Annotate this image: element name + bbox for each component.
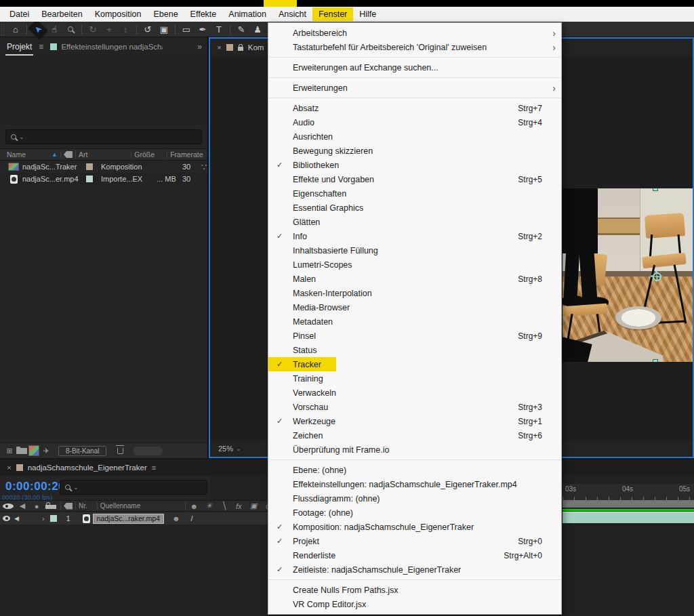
- toolbar-grip[interactable]: [1, 24, 5, 35]
- audio-speaker-icon[interactable]: ◀: [17, 501, 28, 512]
- menu-item-media-browser[interactable]: Media-Browser: [268, 300, 561, 314]
- menu-item-bibliotheken[interactable]: ✓Bibliotheken: [268, 158, 561, 172]
- current-timecode[interactable]: 0:00:00:20: [5, 480, 65, 493]
- quality-switch[interactable]: /: [191, 514, 193, 522]
- column-groesse[interactable]: Größe: [134, 150, 155, 159]
- table-row[interactable]: nadjaSc...er.mp4 Importe...EX ... MB 30: [0, 173, 207, 185]
- menu-item-training[interactable]: Training: [268, 371, 561, 386]
- column-nr[interactable]: Nr.: [79, 502, 87, 510]
- menu-item-malen[interactable]: MalenStrg+8: [268, 272, 561, 286]
- column-art[interactable]: Art: [79, 150, 87, 159]
- menubar-item-komposition[interactable]: Komposition: [89, 7, 148, 21]
- unlocked-icon[interactable]: [238, 47, 243, 51]
- zoom-level-dropdown[interactable]: 25%: [218, 445, 233, 453]
- shy-icon[interactable]: ☻: [172, 514, 180, 522]
- menu-item-erweiterungen-auf-exchange-suchen[interactable]: Erweiterungen auf Exchange suchen...: [268, 60, 561, 75]
- type-tool[interactable]: T: [211, 23, 227, 36]
- column-name[interactable]: Name: [7, 150, 26, 159]
- menubar-item-animation[interactable]: Animation: [222, 7, 272, 21]
- tab-effekteinstellungen[interactable]: Effekteinstellungen nadjaScham: [61, 43, 163, 51]
- sort-ascending-icon[interactable]: ▲: [52, 151, 58, 158]
- region-of-interest-tool[interactable]: ▣: [156, 23, 172, 36]
- table-row[interactable]: nadjaSc...Traker Komposition 30 ∴: [0, 161, 207, 173]
- layer-duration-bar[interactable]: [563, 512, 694, 523]
- home-tool[interactable]: ⌂: [7, 23, 24, 36]
- layer-source-name[interactable]: nadjaSc...raker.mp4: [93, 514, 164, 524]
- menu-item-metadaten[interactable]: Metadaten: [268, 314, 561, 329]
- send-icon[interactable]: ✈: [41, 445, 52, 456]
- menu-item-essential-graphics[interactable]: Essential Graphics: [268, 201, 561, 215]
- close-icon[interactable]: ×: [217, 43, 222, 52]
- close-icon[interactable]: ×: [7, 464, 12, 472]
- panel-menu-icon[interactable]: ≡: [39, 42, 43, 52]
- zoom-tool[interactable]: [62, 23, 79, 36]
- menu-item-create-nulls-from-paths-jsx[interactable]: Create Nulls From Paths.jsx: [268, 583, 561, 597]
- menu-item-effekte-und-vorgaben[interactable]: Effekte und VorgabenStrg+5: [268, 172, 561, 186]
- menu-item-status[interactable]: Status: [268, 343, 561, 357]
- menu-item-vorschau[interactable]: VorschauStrg+3: [268, 400, 561, 414]
- menu-item-tracker[interactable]: ✓Tracker: [268, 357, 561, 371]
- collapse-transformations-icon[interactable]: ✳: [203, 501, 214, 512]
- menubar-item-datei[interactable]: Datei: [3, 7, 35, 21]
- menu-item-footage-ohne[interactable]: Footage: (ohne): [268, 506, 561, 520]
- menu-item-pinsel[interactable]: PinselStrg+9: [268, 329, 561, 343]
- bit-depth-button[interactable]: 8-Bit-Kanal: [58, 446, 106, 456]
- menubar-item-bearbeiten[interactable]: Bearbeiten: [35, 7, 88, 21]
- timeline-search-input[interactable]: ⌄: [60, 480, 207, 495]
- orbit-camera-tool[interactable]: ↻: [85, 23, 101, 36]
- column-quellenname[interactable]: Quellenname: [100, 502, 140, 510]
- trash-icon[interactable]: [117, 448, 123, 454]
- interpret-footage-icon[interactable]: ⊞: [4, 445, 15, 456]
- new-folder-icon[interactable]: [16, 448, 27, 454]
- project-search-input[interactable]: ⌄: [5, 129, 202, 144]
- menu-item-zeitleiste-nadjaschamschule-eigenertraker[interactable]: ✓Zeitleiste: nadjaSchamschule_EigenerTra…: [268, 562, 561, 577]
- menubar-item-ansicht[interactable]: Ansicht: [272, 7, 312, 21]
- frame-blend-icon[interactable]: ▣: [248, 501, 259, 512]
- menu-item-berpr-fung-mit-frame-io[interactable]: Überprüfung mit Frame.io: [268, 443, 561, 457]
- menu-item-renderliste[interactable]: RenderlisteStrg+Alt+0: [268, 548, 561, 562]
- menu-item-werkzeuge[interactable]: ✓WerkzeugeStrg+1: [268, 414, 561, 428]
- search-options-caret-icon[interactable]: ⌄: [73, 484, 79, 491]
- chevron-down-icon[interactable]: ⌄: [236, 445, 241, 452]
- video-eye-icon[interactable]: [3, 516, 10, 521]
- label-column-icon[interactable]: [64, 503, 73, 510]
- rectangle-tool[interactable]: ▭: [178, 23, 195, 36]
- more-panels-icon[interactable]: »: [197, 42, 202, 52]
- menu-item-bewegung-skizzieren[interactable]: Bewegung skizzieren: [268, 144, 561, 158]
- hand-tool[interactable]: ☝: [46, 23, 62, 36]
- rotation-tool[interactable]: ↺: [140, 23, 156, 36]
- tab-komposition[interactable]: Kom: [248, 43, 264, 52]
- lock-icon[interactable]: [45, 505, 56, 509]
- menubar-item-fenster[interactable]: Fenster: [312, 7, 353, 21]
- time-ruler[interactable]: 03s04s05s: [563, 484, 694, 500]
- menu-item-absatz[interactable]: AbsatzStrg+7: [268, 101, 561, 115]
- search-options-caret-icon[interactable]: ⌄: [19, 134, 24, 140]
- pan-camera-tool[interactable]: +: [101, 23, 117, 36]
- menu-item-info[interactable]: ✓InfoStrg+2: [268, 229, 561, 243]
- menu-item-effekteinstellungen-nadjaschamschule-eigenertraker-mp4[interactable]: Effekteinstellungen: nadjaSchamschule_Ei…: [268, 477, 561, 491]
- shy-icon[interactable]: ☻: [188, 501, 199, 512]
- menu-item-komposition-nadjaschamschule-eigenertraker[interactable]: ✓Komposition: nadjaSchamschule_EigenerTr…: [268, 520, 561, 534]
- brush-tool[interactable]: ✎: [233, 23, 249, 36]
- label-swatch[interactable]: [86, 176, 93, 182]
- menubar-item-effekte[interactable]: Effekte: [184, 7, 223, 21]
- menubar-item-hilfe[interactable]: Hilfe: [353, 7, 382, 21]
- layer-label-swatch[interactable]: [50, 515, 57, 522]
- menu-item-zeichen[interactable]: ZeichenStrg+6: [268, 428, 561, 443]
- menu-item-gl-tten[interactable]: Glätten: [268, 215, 561, 229]
- track-point-gizmo[interactable]: [651, 270, 662, 282]
- video-eye-icon[interactable]: [3, 504, 14, 509]
- tab-timeline-comp[interactable]: nadjaSchamschule_EigenerTraker: [28, 464, 147, 472]
- menu-item-eigenschaften[interactable]: Eigenschaften: [268, 186, 561, 201]
- label-column-icon[interactable]: [64, 151, 73, 158]
- menu-item-ausrichten[interactable]: Ausrichten: [268, 129, 561, 144]
- layer-handle-top[interactable]: [653, 188, 658, 191]
- fx-icon[interactable]: fx: [233, 501, 244, 512]
- menu-item-verwackeln[interactable]: Verwackeln: [268, 386, 561, 400]
- label-swatch[interactable]: [86, 163, 93, 170]
- menu-item-inhaltsbasierte-f-llung[interactable]: Inhaltsbasierte Füllung: [268, 243, 561, 258]
- quality-icon[interactable]: ╲: [218, 501, 229, 512]
- pen-tool[interactable]: ✒: [195, 23, 211, 36]
- column-framerate[interactable]: Framerate: [170, 150, 203, 159]
- menu-item-tastaturbefehl-f-r-arbeitsbereich-original-zuweisen[interactable]: Tastaturbefehl für Arbeitsbereich 'Origi…: [268, 40, 561, 54]
